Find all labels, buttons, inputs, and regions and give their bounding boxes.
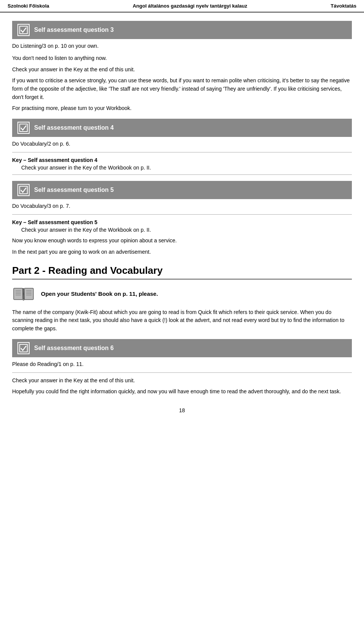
checkbox-icon-3 [17, 24, 30, 36]
divider-4b [12, 174, 352, 175]
section6-header: Self assessment question 6 [12, 339, 352, 357]
section4-subtext: Do Vocabulary/2 on p. 6. [12, 141, 352, 147]
header-left: Szolnoki Főiskola [8, 3, 49, 9]
divider-6 [12, 372, 352, 373]
key5-section: Key – Self assessment question 5 Check y… [12, 219, 352, 233]
divider-4 [12, 152, 352, 152]
section3-title: Self assessment question 3 [34, 27, 114, 33]
section6-subtext: Please do Reading/1 on p. 11. [12, 361, 352, 367]
section3-header: Self assessment question 3 [12, 21, 352, 39]
section6-title: Self assessment question 6 [34, 345, 114, 352]
key5-title: Key – Self assessment question 5 [12, 219, 352, 225]
header-center: Angol általános gazdasági nyelv tantárgy… [133, 3, 247, 9]
svg-rect-3 [14, 288, 23, 300]
divider-5 [12, 214, 352, 215]
key5-body: Check your answer in the Key of the Work… [21, 227, 352, 233]
book-open-section: Open your Students' Book on p. 11, pleas… [12, 285, 352, 303]
hopeful-paragraph: Hopefully you could find the right infor… [12, 388, 352, 396]
kwikfit-paragraph: The name of the company (Kwik-Fit) about… [12, 308, 352, 333]
checkbox-icon-5 [17, 184, 30, 196]
page-number: 18 [12, 407, 352, 413]
section4-header: Self assessment question 4 [12, 119, 352, 137]
intro-line-1: You don't need to listen to anything now… [12, 54, 352, 63]
header: Szolnoki Főiskola Angol általános gazdas… [0, 0, 364, 13]
key4-title: Key – Self assessment question 4 [12, 157, 352, 163]
checkbox-icon-6 [17, 342, 30, 354]
section5-title: Self assessment question 5 [34, 187, 114, 193]
book-icon [12, 285, 35, 303]
book-open-text: Open your Students' Book on p. 11, pleas… [41, 291, 158, 297]
workbook-line: For practising more, please turn to your… [12, 104, 352, 113]
checkbox-icon-4 [17, 122, 30, 134]
intro-line-2: Check your answer in the Key at the end … [12, 66, 352, 74]
key4-body: Check your answer in the Key of the Work… [21, 165, 352, 171]
part2-heading: Part 2 - Reading and Vocabulary [12, 265, 352, 280]
section5-header: Self assessment question 5 [12, 181, 352, 199]
section5-subtext: Do Vocabulary/3 on p. 7. [12, 203, 352, 209]
section3-subtext: Do Listening/3 on p. 10 on your own. [12, 43, 352, 49]
check-answer-line: Check your answer in the Key at the end … [12, 377, 352, 385]
key4-section: Key – Self assessment question 4 Check y… [12, 157, 352, 171]
section4-title: Self assessment question 4 [34, 124, 114, 131]
after-key5-line2: In the next part you are going to work o… [12, 248, 352, 256]
after-key5-line1: Now you know enough words to express you… [12, 237, 352, 245]
svg-rect-4 [24, 288, 33, 300]
header-right: Távoktatás [331, 3, 356, 9]
body-paragraph: If you want to criticise a service stron… [12, 77, 352, 101]
